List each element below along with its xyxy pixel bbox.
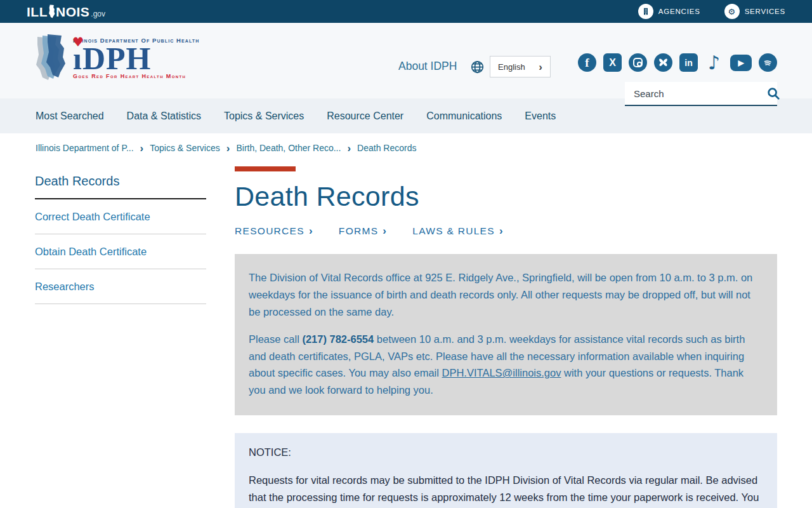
page-title: Death Records	[235, 181, 777, 212]
illinois-gov-logo[interactable]: ILL NOIS .gov	[27, 4, 105, 18]
instagram-icon[interactable]	[629, 53, 647, 72]
notice-body: Requests for vital records may be submit…	[249, 472, 763, 508]
heart-icon: ♥	[72, 36, 84, 48]
nav-events[interactable]: Events	[525, 110, 556, 122]
page: ILL NOIS .gov AGENCIES ⚙ SERVICES	[0, 0, 812, 508]
gears-icon: ⚙	[724, 4, 740, 19]
idph-logo-text: Illinois Department of Public Health ı♥D…	[73, 37, 199, 79]
x-icon[interactable]: X	[603, 53, 622, 72]
breadcrumb-topics-services[interactable]: Topics & Services	[150, 143, 219, 153]
bluesky-icon[interactable]	[654, 53, 672, 72]
phone-number: (217) 782-6554	[302, 333, 374, 345]
search-form	[625, 82, 777, 106]
building-icon	[638, 4, 653, 19]
accent-bar	[235, 166, 296, 171]
header: Illinois Department of Public Health ı♥D…	[0, 23, 812, 98]
sidebar-item-correct-death-certificate[interactable]: Correct Death Certificate	[35, 199, 206, 234]
search-input[interactable]	[625, 88, 766, 99]
quick-links: RESOURCES › FORMS › LAWS & RULES ›	[235, 225, 777, 237]
logo-text-ill: ILL	[27, 5, 48, 18]
agencies-link[interactable]: AGENCIES	[638, 4, 700, 19]
idph-state-icon	[35, 33, 68, 83]
globe-icon	[471, 60, 484, 74]
idph-logo-i: ı♥	[73, 44, 82, 73]
logo-text-nois: NOIS	[56, 5, 89, 18]
agencies-label: AGENCIES	[658, 8, 700, 15]
about-idph-link[interactable]: About IDPH	[398, 60, 457, 73]
idph-logo-main: ı♥DPH	[73, 44, 199, 73]
facebook-icon[interactable]: f	[578, 53, 596, 72]
illinois-state-icon	[48, 4, 55, 18]
language-group: English ›	[471, 56, 551, 77]
breadcrumb-death-records[interactable]: Death Records	[357, 143, 416, 153]
idph-logo[interactable]: Illinois Department of Public Health ı♥D…	[35, 33, 199, 83]
breadcrumb-birth-death-records[interactable]: Birth, Death, Other Reco...	[236, 143, 341, 153]
main-content: Death Records RESOURCES › FORMS › LAWS &…	[235, 163, 777, 508]
content: Death Records Correct Death Certificate …	[0, 163, 812, 508]
language-value: English	[498, 62, 525, 72]
sidebar-title-death-records[interactable]: Death Records	[35, 174, 206, 199]
resources-link[interactable]: RESOURCES ›	[235, 225, 313, 237]
services-label: SERVICES	[745, 8, 785, 15]
chevron-right-icon: ›	[539, 62, 542, 72]
nav-topics-services[interactable]: Topics & Services	[224, 110, 304, 122]
social-links: f X in ♪ ▶	[578, 53, 777, 72]
logo-text-gov: .gov	[91, 10, 105, 18]
alert-paragraph-1: The Division of Vital Records office at …	[249, 269, 763, 321]
spotify-icon[interactable]	[759, 53, 777, 72]
instagram-frame	[633, 58, 643, 67]
sidebar-item-obtain-death-certificate[interactable]: Obtain Death Certificate	[35, 234, 206, 269]
breadcrumb: Illinois Department of P... › Topics & S…	[0, 133, 812, 163]
breadcrumb-home[interactable]: Illinois Department of P...	[36, 143, 134, 153]
idph-logo-tagline: Goes Red for Heart Health Month	[73, 73, 199, 79]
topbar-links: AGENCIES ⚙ SERVICES	[638, 4, 785, 19]
search-button[interactable]	[766, 86, 788, 100]
sidebar: Death Records Correct Death Certificate …	[35, 174, 206, 304]
notice-label: NOTICE:	[249, 444, 763, 461]
nav-communications[interactable]: Communications	[426, 110, 502, 122]
notice-box: NOTICE: Requests for vital records may b…	[235, 433, 777, 508]
youtube-icon[interactable]: ▶	[730, 55, 752, 71]
services-link[interactable]: ⚙ SERVICES	[724, 4, 785, 19]
laws-rules-link[interactable]: LAWS & RULES ›	[412, 225, 504, 237]
chevron-right-icon: ›	[309, 225, 313, 237]
chevron-right-icon: ›	[140, 143, 144, 154]
topbar: ILL NOIS .gov AGENCIES ⚙ SERVICES	[0, 0, 812, 23]
sidebar-item-researchers[interactable]: Researchers	[35, 269, 206, 304]
alert-paragraph-2: Please call (217) 782-6554 between 10 a.…	[249, 331, 763, 399]
email-link[interactable]: DPH.VITALS@illinois.gov	[442, 367, 561, 378]
nav-data-statistics[interactable]: Data & Statistics	[127, 110, 201, 122]
forms-link[interactable]: FORMS ›	[339, 225, 387, 237]
search-icon	[766, 86, 780, 100]
language-selector[interactable]: English ›	[490, 56, 551, 77]
nav-most-searched[interactable]: Most Searched	[36, 110, 104, 122]
chevron-right-icon: ›	[499, 225, 504, 237]
chevron-right-icon: ›	[226, 143, 230, 154]
linkedin-icon[interactable]: in	[679, 53, 698, 72]
nav-resource-center[interactable]: Resource Center	[327, 110, 403, 122]
vital-records-alert: The Division of Vital Records office at …	[235, 254, 777, 415]
chevron-right-icon: ›	[383, 225, 387, 237]
tiktok-icon[interactable]: ♪	[705, 53, 723, 72]
chevron-right-icon: ›	[347, 143, 351, 154]
